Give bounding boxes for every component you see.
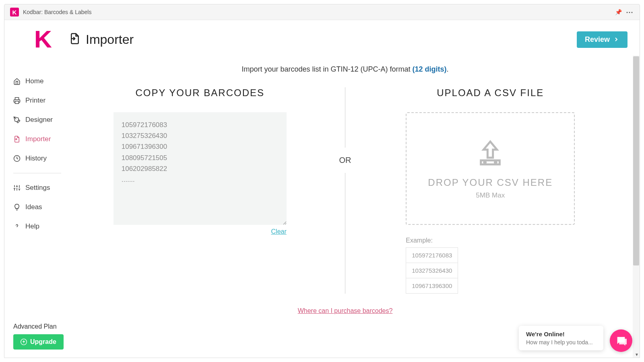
sidebar-item-label: History xyxy=(25,154,47,162)
chat-prompt: How may I help you toda... xyxy=(526,339,596,346)
review-button[interactable]: Review xyxy=(577,31,627,48)
barcode-textarea[interactable] xyxy=(114,112,287,225)
clear-link[interactable]: Clear xyxy=(271,228,287,235)
sidebar-item-label: Help xyxy=(25,222,39,230)
sidebar-item-designer[interactable]: Designer xyxy=(13,110,71,130)
history-icon xyxy=(13,155,21,162)
instruction-text: Import your barcodes list in GTIN-12 (UP… xyxy=(71,65,619,74)
more-icon[interactable]: ⋯ xyxy=(626,8,634,16)
upload-icon xyxy=(474,138,506,170)
purchase-barcodes-link[interactable]: Where can I purchase barcodes? xyxy=(298,307,393,314)
sidebar-item-home[interactable]: Home xyxy=(13,72,71,91)
example-cell: 103275326430 xyxy=(406,263,458,278)
window-title: Kodbar: Barcodes & Labels xyxy=(23,9,91,15)
purchase-link-wrap: Where can I purchase barcodes? xyxy=(71,307,619,315)
sidebar-item-help[interactable]: Help xyxy=(13,217,71,236)
digits-highlight: (12 digits) xyxy=(413,65,447,73)
sidebar-item-importer[interactable]: Importer xyxy=(13,130,71,149)
svg-point-13 xyxy=(484,162,486,163)
app-icon: K xyxy=(10,8,19,16)
main-content: ▼ Import your barcodes list in GTIN-12 (… xyxy=(71,56,640,358)
svg-point-14 xyxy=(495,162,497,163)
sidebar-item-ideas[interactable]: Ideas xyxy=(13,197,71,217)
example-cell: 105972176083 xyxy=(406,248,458,263)
upgrade-button[interactable]: Upgrade xyxy=(13,334,64,350)
page-header: K Importer Review xyxy=(4,20,640,56)
sidebar-divider xyxy=(13,173,61,173)
sidebar-item-label: Printer xyxy=(25,97,45,105)
upload-csv-heading: UPLOAD A CSV FILE xyxy=(437,87,544,99)
example-cell: 109671396300 xyxy=(406,278,458,294)
page-title: Importer xyxy=(86,32,134,47)
importer-icon xyxy=(69,33,81,46)
drop-subtext: 5MB Max xyxy=(476,191,505,200)
chat-popup[interactable]: We're Online! How may I help you toda... xyxy=(519,326,603,350)
upgrade-arrow-icon xyxy=(21,339,27,345)
sidebar-item-settings[interactable]: Settings xyxy=(13,178,71,197)
lightbulb-icon xyxy=(13,204,21,211)
example-table: 105972176083 103275326430 109671396300 xyxy=(406,247,458,294)
importer-icon xyxy=(13,136,21,143)
chat-status: We're Online! xyxy=(526,331,596,337)
printer-icon xyxy=(13,97,21,104)
csv-dropzone[interactable]: DROP YOUR CSV HERE 5MB Max xyxy=(406,112,575,225)
sidebar: Home Printer Designer Importer History xyxy=(4,56,71,358)
pin-icon[interactable]: 📌 xyxy=(615,9,622,15)
drop-text: DROP YOUR CSV HERE xyxy=(428,177,553,188)
plan-label: Advanced Plan xyxy=(13,321,71,334)
sidebar-item-label: Ideas xyxy=(25,203,42,211)
copy-barcodes-heading: COPY YOUR BARCODES xyxy=(135,87,264,99)
or-label: OR xyxy=(339,148,351,173)
settings-icon xyxy=(13,184,21,191)
example-label: Example: xyxy=(406,237,575,244)
sidebar-item-label: Designer xyxy=(25,116,53,124)
column-divider: OR xyxy=(329,87,361,294)
window-titlebar: K Kodbar: Barcodes & Labels 📌 ⋯ xyxy=(4,4,640,20)
svg-rect-0 xyxy=(15,101,19,104)
home-icon xyxy=(13,78,21,85)
sidebar-item-label: Settings xyxy=(25,184,50,192)
chat-icon xyxy=(615,335,627,346)
app-logo: K xyxy=(17,27,69,51)
chat-fab[interactable] xyxy=(610,329,632,352)
sidebar-item-history[interactable]: History xyxy=(13,149,71,168)
designer-icon xyxy=(13,116,21,123)
sidebar-item-label: Importer xyxy=(25,135,51,143)
sidebar-item-printer[interactable]: Printer xyxy=(13,91,71,110)
sidebar-item-label: Home xyxy=(25,77,43,85)
help-icon xyxy=(13,223,21,230)
scrollbar[interactable]: ▼ xyxy=(633,56,640,358)
